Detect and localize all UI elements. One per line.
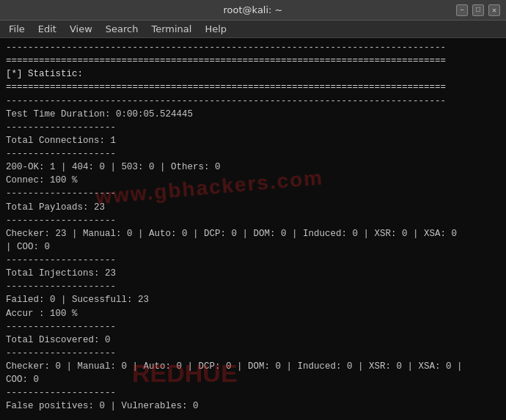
terminal-line <box>6 413 500 421</box>
close-button[interactable]: ✕ <box>488 4 500 16</box>
terminal-line: ========================================… <box>6 54 500 67</box>
menu-view[interactable]: View <box>64 22 98 36</box>
terminal-line: Accur : 100 % <box>6 307 500 320</box>
terminal-line: Checker: 23 | Manual: 0 | Auto: 0 | DCP:… <box>6 227 500 240</box>
terminal-line: Checker: 0 | Manual: 0 | Auto: 0 | DCP: … <box>6 360 500 373</box>
terminal-line: Failed: 0 | Sucessfull: 23 <box>6 293 500 306</box>
terminal-line: [*] Statistic: <box>6 67 500 81</box>
terminal-line: Connec: 100 % <box>6 174 500 187</box>
menu-help[interactable]: Help <box>199 22 232 36</box>
terminal-line: COO: 0 <box>6 373 500 386</box>
terminal-line: -------------------- <box>6 121 500 134</box>
terminal-line: -------------------- <box>6 187 500 200</box>
terminal-line: | COO: 0 <box>6 240 500 254</box>
menu-bar: File Edit View Search Terminal Help <box>0 21 506 38</box>
maximize-button[interactable]: □ <box>472 4 484 16</box>
menu-file[interactable]: File <box>3 22 31 36</box>
terminal-line: ----------------------------------------… <box>6 95 500 108</box>
menu-edit[interactable]: Edit <box>32 22 62 36</box>
terminal-line: -------------------- <box>6 254 500 267</box>
terminal-line: Total Injections: 23 <box>6 267 500 280</box>
terminal-line: Total Connections: 1 <box>6 134 500 147</box>
window-controls[interactable]: – □ ✕ <box>456 4 500 16</box>
terminal-line: ----------------------------------------… <box>6 41 500 54</box>
terminal-line: -------------------- <box>6 280 500 293</box>
terminal-line: Total Discovered: 0 <box>6 334 500 347</box>
terminal-output[interactable]: ----------------------------------------… <box>0 38 506 420</box>
minimize-button[interactable]: – <box>456 4 468 16</box>
window-title: root@kali: ~ <box>50 4 456 15</box>
menu-terminal[interactable]: Terminal <box>145 22 197 36</box>
terminal-line: 200-OK: 1 | 404: 0 | 503: 0 | Others: 0 <box>6 161 500 174</box>
menu-search[interactable]: Search <box>100 22 144 36</box>
terminal-line: -------------------- <box>6 214 500 227</box>
terminal-line: -------------------- <box>6 147 500 161</box>
terminal-line: -------------------- <box>6 386 500 399</box>
terminal-line: Total Payloads: 23 <box>6 201 500 214</box>
terminal-line: -------------------- <box>6 320 500 334</box>
terminal-line: Test Time Duration: 0:00:05.524445 <box>6 108 500 121</box>
terminal-line: ========================================… <box>6 81 500 94</box>
terminal-line: False positives: 0 | Vulnerables: 0 <box>6 399 500 413</box>
title-bar: root@kali: ~ – □ ✕ <box>0 0 506 21</box>
terminal-line: -------------------- <box>6 347 500 360</box>
